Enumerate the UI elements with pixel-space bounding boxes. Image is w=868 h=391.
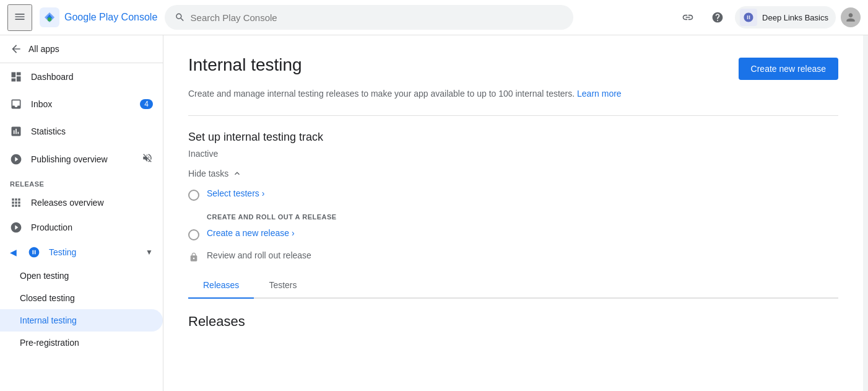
sidebar-item-releases-overview[interactable]: Releases overview [0,190,163,215]
main-content: Internal testing Create new release Crea… [163,35,863,391]
task-create-release: Create a new release › [188,228,838,240]
create-release-button[interactable]: Create new release [739,58,838,80]
help-icon-button[interactable] [705,5,730,30]
learn-more-link[interactable]: Learn more [577,89,622,99]
select-testers-link[interactable]: Select testers › [207,188,264,198]
topbar: Google Play Console Deep Links Basics [0,0,868,35]
sidebar-item-dashboard[interactable]: Dashboard [0,63,163,90]
link-icon-button[interactable] [675,5,700,30]
status-text: Inactive [188,149,838,159]
sidebar-item-production[interactable]: Production [0,215,163,240]
logo[interactable]: Google Play Console [40,7,157,27]
search-input[interactable] [191,12,564,23]
app-chip-icon [740,9,757,26]
sidebar-item-open-testing[interactable]: Open testing [0,265,163,287]
internal-testing-label: Internal testing [20,315,77,325]
create-release-link[interactable]: Create a new release › [207,228,295,238]
statistics-icon [10,125,22,138]
sidebar-item-inbox[interactable]: Inbox 4 [0,90,163,118]
avatar[interactable] [841,7,861,27]
scrollbar[interactable] [863,35,868,391]
release-section-label: Release [0,173,163,190]
inbox-icon [10,98,22,110]
task-circle-select-testers [188,190,199,201]
publishing-overview-label: Publishing overview [31,154,108,164]
search-icon [175,12,185,23]
back-arrow-icon [10,43,22,55]
sidebar-item-pre-registration[interactable]: Pre-registration [0,332,163,354]
testing-expand-icon: ▼ [145,248,153,257]
inbox-badge: 4 [140,99,153,109]
all-apps-label: All apps [28,44,59,54]
app-chip[interactable]: Deep Links Basics [735,6,836,29]
testing-icon [28,246,40,258]
task-circle-create-release [188,229,199,240]
publishing-mute-icon [142,152,153,165]
sidebar-item-publishing-overview[interactable]: Publishing overview [0,145,163,173]
testing-chevron-left: ◀ [10,247,17,257]
releases-overview-label: Releases overview [31,198,104,208]
sidebar: All apps Dashboard Inbox 4 Statistics [0,35,163,391]
testing-label: Testing [49,247,76,257]
production-label: Production [31,222,72,232]
releases-overview-icon [10,196,22,209]
hide-tasks-chevron [232,169,242,178]
sidebar-item-testing[interactable]: ◀ Testing ▼ [0,240,163,265]
header-divider [188,115,838,116]
menu-icon[interactable] [7,4,32,31]
tabs: Releases Testers [188,273,838,299]
dashboard-label: Dashboard [31,72,74,82]
search-bar[interactable] [165,5,573,30]
create-roll-label: CREATE AND ROLL OUT A RELEASE [207,213,838,221]
all-apps-button[interactable]: All apps [0,35,163,63]
open-testing-label: Open testing [20,271,69,281]
sidebar-item-internal-testing[interactable]: Internal testing [0,309,163,332]
app-chip-label: Deep Links Basics [762,13,828,22]
sidebar-item-closed-testing[interactable]: Closed testing [0,287,163,309]
layout: All apps Dashboard Inbox 4 Statistics [0,35,868,391]
statistics-label: Statistics [31,126,66,136]
dashboard-icon [10,71,22,83]
closed-testing-label: Closed testing [20,293,75,303]
hide-tasks-label: Hide tasks [188,169,228,178]
tab-testers[interactable]: Testers [254,273,311,299]
pre-registration-label: Pre-registration [20,338,79,348]
page-header: Internal testing Create new release [188,55,838,80]
topbar-right: Deep Links Basics [675,5,861,30]
sidebar-item-statistics[interactable]: Statistics [0,118,163,145]
review-rollout-text: Review and roll out release [207,250,311,260]
page-title: Internal testing [188,55,302,75]
publishing-overview-icon [10,153,22,165]
releases-section-title: Releases [188,314,838,330]
inbox-label: Inbox [31,99,52,109]
task-review-rollout: Review and roll out release [188,250,838,263]
logo-text: Google Play Console [64,12,157,23]
svg-point-1 [48,17,51,21]
task-select-testers: Select testers › [188,188,838,201]
tab-releases[interactable]: Releases [188,273,254,299]
hide-tasks-button[interactable]: Hide tasks [188,169,838,178]
setup-section-title: Set up internal testing track [188,131,838,144]
production-icon [10,221,22,234]
page-description: Create and manage internal testing relea… [188,87,838,100]
lock-icon [188,252,199,263]
